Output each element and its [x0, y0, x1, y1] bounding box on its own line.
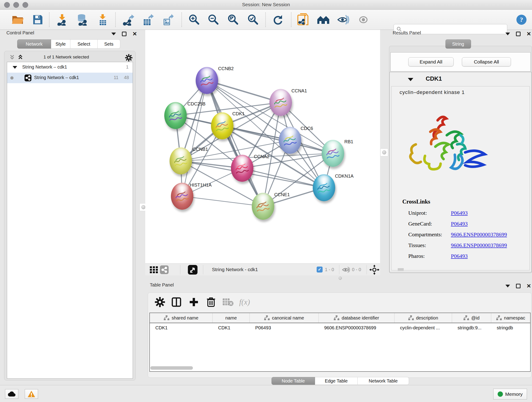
control-panel-float-icon[interactable]: [122, 32, 127, 36]
crosslink-tissues-link[interactable]: 9606.ENSP00000378699: [451, 242, 507, 249]
network-collection-row[interactable]: String Network – cdk1 1: [7, 62, 133, 73]
column-header[interactable]: shared name: [150, 313, 213, 323]
memory-button[interactable]: Memory: [493, 389, 527, 400]
zoom-fit-button[interactable]: [227, 13, 240, 27]
results-panel-collapse-icon[interactable]: [505, 32, 510, 35]
fit-content-crosshair-icon[interactable]: [369, 265, 380, 275]
table-horizontal-scrollbar[interactable]: [150, 366, 530, 370]
tab-edge-table[interactable]: Edge Table: [315, 377, 358, 385]
network-node-CDC6[interactable]: [279, 127, 301, 154]
bottom-splitter-handle[interactable]: [337, 276, 343, 281]
scrollbar-thumb[interactable]: [150, 366, 193, 370]
tab-network-table[interactable]: Network Table: [358, 377, 409, 385]
tab-string-results[interactable]: String: [445, 39, 471, 49]
expand-all-button[interactable]: Expand All: [408, 57, 454, 66]
network-edge-CDK1-RB1[interactable]: [222, 126, 333, 153]
collapse-all-button[interactable]: Collapse All: [462, 57, 511, 66]
expand-all-icon[interactable]: [17, 55, 24, 61]
collection-label: String Network – cdk1: [22, 64, 67, 70]
network-options-gear-icon[interactable]: [125, 54, 133, 61]
table-row[interactable]: CDK1 CDK1 P06493 9606.ENSP00000378699 cy…: [150, 323, 530, 333]
results-scrollbar[interactable]: [398, 268, 404, 271]
control-panel-collapse-icon[interactable]: [111, 32, 116, 35]
delete-column-trash-icon[interactable]: [206, 297, 216, 307]
crosslink-pharos-link[interactable]: P06493: [451, 253, 468, 259]
window-title: Session: New Session: [0, 2, 532, 7]
tab-network[interactable]: Network: [17, 39, 51, 49]
network-edge-count: 48: [124, 75, 129, 80]
open-in-window-icon[interactable]: [188, 265, 197, 274]
selected-nodes-checkbox[interactable]: ✓: [317, 267, 323, 273]
open-session-button[interactable]: [11, 13, 24, 27]
add-column-icon[interactable]: [189, 297, 199, 307]
collection-expand-icon[interactable]: [13, 66, 17, 69]
table-gear-icon[interactable]: [155, 297, 165, 307]
network-row-selected[interactable]: String Network – cdk1 11 48: [7, 73, 133, 83]
string-network-icon: [25, 75, 32, 81]
gene-section-collapse-icon[interactable]: [408, 78, 413, 81]
column-header[interactable]: canonical name: [250, 313, 319, 323]
results-panel-float-icon[interactable]: [516, 32, 520, 36]
network-tree: String Network – cdk1 1 String Network –…: [7, 62, 133, 379]
control-panel-close-icon[interactable]: ✕: [133, 32, 137, 36]
zoom-selected-button[interactable]: [247, 13, 260, 27]
node-table-header: shared name name canonical name database…: [150, 313, 530, 323]
function-builder-icon[interactable]: f(x): [239, 297, 250, 307]
network-node-CCNA1[interactable]: [269, 89, 292, 116]
network-node-CCNE1[interactable]: [252, 193, 274, 220]
string-import-document-button[interactable]: [297, 13, 309, 27]
node-label-CCNB1: CCNB1: [192, 147, 208, 152]
column-header[interactable]: name: [213, 313, 250, 323]
status-bar: Memory: [0, 385, 532, 402]
string-view-icon[interactable]: [160, 265, 169, 274]
zoom-in-button[interactable]: [188, 13, 201, 27]
export-image-button[interactable]: [161, 13, 174, 27]
column-header[interactable]: description: [394, 313, 452, 323]
right-splitter-handle[interactable]: [380, 148, 388, 156]
import-network-database-button[interactable]: [75, 13, 88, 27]
network-edge-CCNB2-HIST1H1A[interactable]: [182, 80, 207, 196]
hidden-eye-slash-icon[interactable]: [342, 266, 351, 273]
warnings-button[interactable]: [25, 389, 38, 399]
apply-layout-refresh-button[interactable]: [272, 13, 284, 27]
tab-style[interactable]: Style: [51, 39, 70, 49]
collapse-all-icon[interactable]: [9, 55, 16, 61]
tab-select[interactable]: Select: [70, 39, 98, 49]
save-session-button[interactable]: [32, 13, 44, 27]
network-node-CDK1[interactable]: [211, 112, 234, 139]
crosslink-uniprot-link[interactable]: P06493: [451, 210, 468, 216]
column-header[interactable]: database identifier: [319, 313, 394, 323]
export-table-button[interactable]: [141, 13, 154, 27]
network-node-CCNB1[interactable]: [170, 147, 192, 174]
export-network-button[interactable]: [122, 13, 135, 27]
network-edge-HIST1H1A-CCNE1[interactable]: [182, 196, 263, 206]
table-panel-float-icon[interactable]: [516, 284, 520, 288]
delete-table-icon[interactable]: [223, 297, 234, 307]
show-all-eye-button[interactable]: [357, 13, 370, 27]
import-network-file-button[interactable]: [56, 13, 69, 27]
import-table-file-button[interactable]: [96, 13, 109, 27]
table-panel-collapse-icon[interactable]: [505, 285, 510, 287]
zoom-out-button[interactable]: [207, 13, 220, 27]
table-panel-close-icon[interactable]: ✕: [526, 284, 531, 288]
tab-sets[interactable]: Sets: [98, 39, 120, 49]
network-node-RB1[interactable]: [322, 140, 344, 167]
hide-selected-eye-slash-button[interactable]: [337, 13, 350, 27]
column-header[interactable]: @id: [452, 313, 491, 323]
crosslink-compartments-link[interactable]: 9606.ENSP00000378699: [451, 231, 507, 238]
help-button[interactable]: ?: [515, 13, 528, 27]
cloud-button[interactable]: [5, 389, 18, 399]
network-node-CDC25B[interactable]: [164, 102, 187, 129]
tab-node-table[interactable]: Node Table: [272, 377, 315, 385]
column-header[interactable]: namespac: [491, 313, 530, 323]
show-columns-icon[interactable]: [171, 297, 181, 307]
crosslink-genecard-link[interactable]: P06493: [451, 221, 468, 227]
results-panel-close-icon[interactable]: ✕: [526, 32, 531, 36]
network-edge-CCNB2-CCNE1[interactable]: [207, 80, 263, 206]
network-node-CCNB2[interactable]: [196, 67, 218, 94]
first-neighbors-houses-button[interactable]: [317, 13, 330, 27]
birdseye-grid-icon[interactable]: [150, 266, 158, 273]
network-canvas[interactable]: CCNB2CCNA1CDC25BCDK1CDC6RB1CCNB1CCNA2CDK…: [145, 30, 380, 263]
network-node-CCNA2[interactable]: [231, 155, 253, 182]
network-node-CDKN1A[interactable]: [313, 174, 335, 201]
